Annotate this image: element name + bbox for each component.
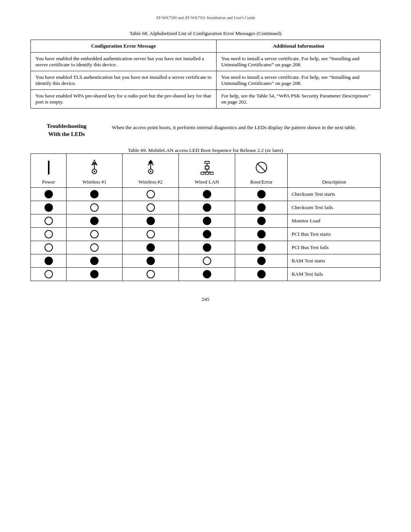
desc-cell: Checksum Test starts (288, 188, 381, 201)
wlan-cell (178, 228, 235, 241)
w2-cell (123, 268, 178, 281)
w1-cell (67, 228, 123, 241)
svg-rect-20 (205, 161, 209, 163)
rooterrror-icon (238, 156, 284, 179)
wlan-cell (178, 188, 235, 201)
filled-circle (45, 190, 53, 198)
w2-cell (123, 254, 178, 268)
table-row: RAM Test starts (31, 254, 381, 268)
desc-cell: Checksum Test fails (288, 201, 381, 214)
power-cell (31, 241, 67, 254)
error-message-cell: You have enabled TLS authentication but … (31, 71, 217, 90)
table-row: PCI Bus Test fails (31, 241, 381, 254)
empty-circle (147, 190, 155, 198)
root-cell (235, 228, 288, 241)
filled-circle (257, 203, 266, 212)
filled-circle (257, 243, 266, 252)
troubleshooting-section: Troubleshooting With the LEDs When the a… (30, 122, 381, 138)
rooterrror-header: Root/Error (235, 154, 288, 188)
table-row: You have enabled WPA pre-shared key for … (31, 90, 381, 109)
root-cell (235, 268, 288, 281)
filled-circle (147, 257, 155, 265)
filled-circle (90, 217, 99, 225)
troubleshooting-title: Troubleshooting With the LEDs (30, 122, 103, 138)
power-icon (34, 156, 63, 179)
filled-circle (257, 257, 266, 265)
filled-circle (147, 243, 155, 252)
power-cell (31, 201, 67, 214)
svg-marker-12 (148, 160, 153, 163)
empty-circle (45, 270, 53, 278)
svg-point-1 (94, 171, 95, 172)
w1-cell (67, 241, 123, 254)
filled-circle (257, 190, 266, 198)
table-row: PCI Bus Test starts (31, 228, 381, 241)
w2-cell (123, 214, 178, 228)
wlan-cell (178, 214, 235, 228)
led-table-caption: Table 69. MobileLAN access LED Boot Sequ… (30, 147, 381, 153)
w2-cell (123, 188, 178, 201)
power-header: Power (31, 154, 67, 188)
wireless2-icon (126, 156, 175, 179)
svg-text:!: ! (94, 161, 95, 165)
table-row: You have enabled TLS authentication but … (31, 71, 381, 90)
w2-cell (123, 228, 178, 241)
filled-circle (45, 203, 53, 212)
table-row: You have enabled the embedded authentica… (31, 53, 381, 71)
root-cell (235, 254, 288, 268)
svg-point-8 (150, 171, 151, 172)
wireless1-header: ! Wireless #1 (67, 154, 123, 188)
additional-info-cell: For help, see the Table 54, “WPA PSK Sec… (217, 90, 381, 109)
config-table-caption: Table 68. Alphabetized List of Configura… (30, 30, 381, 37)
table-row: Monitor Load (31, 214, 381, 228)
desc-cell: RAM Test fails (288, 268, 381, 281)
led-boot-table: Power ! Wireles (30, 153, 381, 281)
power-cell (31, 214, 67, 228)
filled-circle (203, 243, 211, 252)
empty-circle (45, 217, 53, 225)
desc-cell: PCI Bus Test fails (288, 241, 381, 254)
empty-circle (147, 230, 155, 238)
page-number: 245 (30, 296, 381, 302)
w2-cell (123, 241, 178, 254)
wiredlan-header: Wired LAN (178, 154, 235, 188)
filled-circle (257, 230, 266, 238)
empty-circle (45, 230, 53, 238)
empty-circle (90, 243, 99, 252)
root-cell (235, 214, 288, 228)
w2-cell (123, 201, 178, 214)
power-cell (31, 254, 67, 268)
page-header: AT-WA7500 and AT-WA7501 Installation and… (30, 15, 381, 20)
filled-circle (147, 217, 155, 225)
wiredlan-icon (182, 156, 232, 179)
empty-circle (147, 203, 155, 212)
desc-cell: RAM Test starts (288, 254, 381, 268)
table-row: RAM Test fails (31, 268, 381, 281)
filled-circle (203, 217, 211, 225)
filled-circle (90, 270, 99, 278)
empty-circle (147, 270, 155, 278)
filled-circle (90, 257, 99, 265)
filled-circle (90, 190, 99, 198)
w1-cell (67, 254, 123, 268)
filled-circle (45, 257, 53, 265)
wlan-cell (178, 201, 235, 214)
root-cell (235, 241, 288, 254)
desc-cell: Monitor Load (288, 214, 381, 228)
filled-circle (257, 217, 266, 225)
error-message-cell: You have enabled the embedded authentica… (31, 53, 217, 71)
power-cell (31, 188, 67, 201)
wlan-cell (178, 268, 235, 281)
wireless2-header: Wireless #2 (123, 154, 178, 188)
table-row: Checksum Test starts (31, 188, 381, 201)
empty-circle (90, 230, 99, 238)
wlan-cell (178, 241, 235, 254)
col-config-error-header: Configuration Error Message (31, 40, 217, 53)
wlan-cell (178, 254, 235, 268)
filled-circle (203, 230, 211, 238)
description-header: Description (288, 154, 381, 188)
desc-cell: PCI Bus Test starts (288, 228, 381, 241)
svg-line-24 (257, 163, 266, 172)
power-cell (31, 228, 67, 241)
filled-circle (203, 203, 211, 212)
